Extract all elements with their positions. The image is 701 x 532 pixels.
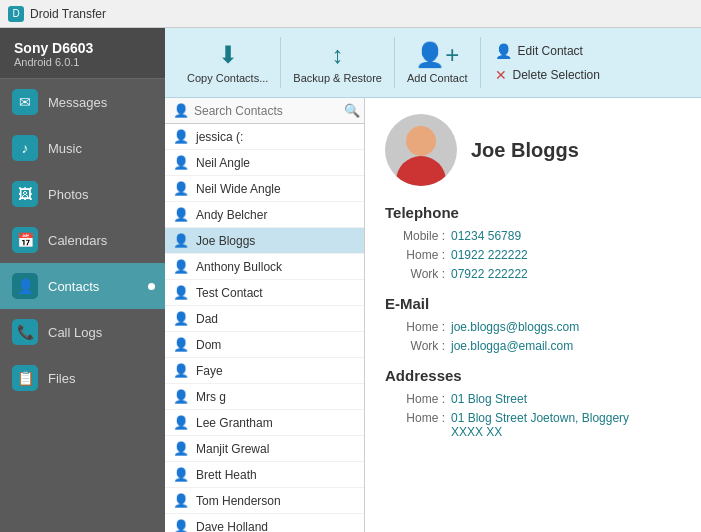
contact-name-item: Neil Wide Angle xyxy=(196,182,281,196)
contact-name-item: Dom xyxy=(196,338,221,352)
email-home: Home : joe.bloggs@bloggs.com xyxy=(385,320,681,334)
contact-name-item: jessica (: xyxy=(196,130,243,144)
contact-person-icon: 👤 xyxy=(173,415,189,430)
contact-person-icon: 👤 xyxy=(173,389,189,404)
contact-name-item: Anthony Bullock xyxy=(196,260,282,274)
edit-contact-label: Edit Contact xyxy=(518,44,583,58)
address-1: Home : 01 Blog Street xyxy=(385,392,681,406)
contact-item[interactable]: 👤Test Contact xyxy=(165,280,364,306)
contact-person-icon: 👤 xyxy=(173,441,189,456)
copy-contacts-button[interactable]: ⬇ Copy Contacts... xyxy=(175,37,281,88)
delete-selection-label: Delete Selection xyxy=(513,68,600,82)
messages-label: Messages xyxy=(48,95,107,110)
sidebar: Sony D6603 Android 6.0.1 ✉ Messages ♪ Mu… xyxy=(0,28,165,532)
app-icon: D xyxy=(8,6,24,22)
search-input[interactable] xyxy=(194,104,344,118)
contact-person-icon: 👤 xyxy=(173,363,189,378)
call-logs-icon: 📞 xyxy=(12,319,38,345)
contact-person-icon: 👤 xyxy=(173,129,189,144)
content-area: ⬇ Copy Contacts... ↕ Backup & Restore 👤+… xyxy=(165,28,701,532)
email-work-label: Work : xyxy=(385,339,445,353)
contact-name-item: Mrs g xyxy=(196,390,226,404)
contact-item[interactable]: 👤Anthony Bullock xyxy=(165,254,364,280)
contact-item[interactable]: 👤jessica (: xyxy=(165,124,364,150)
addresses-title: Addresses xyxy=(385,367,681,384)
contacts-label: Contacts xyxy=(48,279,99,294)
active-dot xyxy=(148,283,155,290)
files-label: Files xyxy=(48,371,75,386)
contact-person-icon: 👤 xyxy=(173,155,189,170)
contact-item[interactable]: 👤Andy Belcher xyxy=(165,202,364,228)
contact-item[interactable]: 👤Brett Heath xyxy=(165,462,364,488)
contact-person-icon: 👤 xyxy=(173,259,189,274)
search-icon: 🔍 xyxy=(344,103,360,118)
contact-item[interactable]: 👤Neil Angle xyxy=(165,150,364,176)
contact-item[interactable]: 👤Dom xyxy=(165,332,364,358)
toolbar: ⬇ Copy Contacts... ↕ Backup & Restore 👤+… xyxy=(165,28,701,98)
email-home-value: joe.bloggs@bloggs.com xyxy=(451,320,579,334)
contact-item[interactable]: 👤Dad xyxy=(165,306,364,332)
contact-item[interactable]: 👤Lee Grantham xyxy=(165,410,364,436)
copy-contacts-label: Copy Contacts... xyxy=(187,72,268,84)
contact-item[interactable]: 👤Dave Holland xyxy=(165,514,364,532)
copy-contacts-icon: ⬇ xyxy=(218,41,238,69)
contact-item[interactable]: 👤Neil Wide Angle xyxy=(165,176,364,202)
sidebar-item-contacts[interactable]: 👤 Contacts xyxy=(0,263,165,309)
contact-item[interactable]: 👤Mrs g xyxy=(165,384,364,410)
telephone-section: Telephone Mobile : 01234 56789 Home : 01… xyxy=(385,204,681,281)
add-contact-button[interactable]: 👤+ Add Contact xyxy=(395,37,481,88)
sidebar-item-photos[interactable]: 🖼 Photos xyxy=(0,171,165,217)
contact-person-icon: 👤 xyxy=(173,207,189,222)
avatar xyxy=(385,114,457,186)
mobile-value: 01234 56789 xyxy=(451,229,521,243)
device-info: Sony D6603 Android 6.0.1 xyxy=(0,28,165,79)
email-work-value: joe.blogga@email.com xyxy=(451,339,573,353)
contact-name-item: Tom Henderson xyxy=(196,494,281,508)
device-name: Sony D6603 xyxy=(14,40,155,56)
contact-name: Joe Bloggs xyxy=(471,139,579,162)
sidebar-item-call-logs[interactable]: 📞 Call Logs xyxy=(0,309,165,355)
email-section: E-Mail Home : joe.bloggs@bloggs.com Work… xyxy=(385,295,681,353)
contact-list: 👤jessica (:👤Neil Angle👤Neil Wide Angle👤A… xyxy=(165,124,364,532)
contact-person-icon: 👤 xyxy=(173,337,189,352)
contact-name-item: Brett Heath xyxy=(196,468,257,482)
music-icon: ♪ xyxy=(12,135,38,161)
calendars-label: Calendars xyxy=(48,233,107,248)
contact-name-item: Faye xyxy=(196,364,223,378)
split-panel: 👤 🔍 👤jessica (:👤Neil Angle👤Neil Wide Ang… xyxy=(165,98,701,532)
contact-name-item: Manjit Grewal xyxy=(196,442,269,456)
edit-contact-button[interactable]: 👤 Edit Contact xyxy=(495,39,600,63)
main-layout: Sony D6603 Android 6.0.1 ✉ Messages ♪ Mu… xyxy=(0,28,701,532)
delete-selection-button[interactable]: ✕ Delete Selection xyxy=(495,63,600,87)
app-name: Droid Transfer xyxy=(30,7,106,21)
sidebar-item-music[interactable]: ♪ Music xyxy=(0,125,165,171)
contact-person-icon: 👤 xyxy=(173,181,189,196)
contact-item[interactable]: 👤Faye xyxy=(165,358,364,384)
email-title: E-Mail xyxy=(385,295,681,312)
tel-work-value: 07922 222222 xyxy=(451,267,528,281)
messages-icon: ✉ xyxy=(12,89,38,115)
contact-item[interactable]: 👤Manjit Grewal xyxy=(165,436,364,462)
telephone-mobile: Mobile : 01234 56789 xyxy=(385,229,681,243)
sidebar-item-files[interactable]: 📋 Files xyxy=(0,355,165,401)
add-contact-label: Add Contact xyxy=(407,72,468,84)
email-home-label: Home : xyxy=(385,320,445,334)
backup-restore-icon: ↕ xyxy=(332,41,344,69)
contact-name-item: Neil Angle xyxy=(196,156,250,170)
contact-person-icon: 👤 xyxy=(173,519,189,532)
contact-item[interactable]: 👤Joe Bloggs xyxy=(165,228,364,254)
addr1-value: 01 Blog Street xyxy=(451,392,527,406)
search-person-icon: 👤 xyxy=(173,103,189,118)
sidebar-item-messages[interactable]: ✉ Messages xyxy=(0,79,165,125)
search-bar: 👤 🔍 xyxy=(165,98,364,124)
telephone-home: Home : 01922 222222 xyxy=(385,248,681,262)
backup-restore-button[interactable]: ↕ Backup & Restore xyxy=(281,37,395,88)
contact-name-item: Andy Belcher xyxy=(196,208,267,222)
sidebar-item-calendars[interactable]: 📅 Calendars xyxy=(0,217,165,263)
contact-person-icon: 👤 xyxy=(173,233,189,248)
contact-item[interactable]: 👤Tom Henderson xyxy=(165,488,364,514)
photos-label: Photos xyxy=(48,187,88,202)
mobile-label: Mobile : xyxy=(385,229,445,243)
calendars-icon: 📅 xyxy=(12,227,38,253)
tel-home-label: Home : xyxy=(385,248,445,262)
